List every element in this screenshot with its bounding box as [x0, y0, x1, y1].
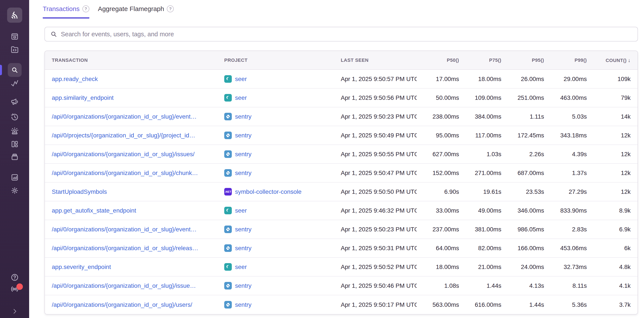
project-link[interactable]: sentry: [235, 113, 252, 120]
table-row: app.severity_endpoint .NET seer Apr 1,: [45, 258, 638, 276]
search-placeholder: Search for events, users, tags, and more: [61, 31, 174, 38]
inbox-icon: [10, 32, 19, 41]
transaction-link[interactable]: StartUploadSymbols: [52, 188, 107, 195]
sidebar-item-settings[interactable]: [10, 186, 19, 195]
p95-cell: 1.11s: [503, 113, 546, 120]
transaction-link[interactable]: /api/0/organizations/{organization_id_or…: [52, 282, 196, 289]
transaction-link[interactable]: /api/0/organizations/{organization_id_or…: [52, 151, 195, 157]
project-link[interactable]: sentry: [235, 151, 252, 158]
p50-cell: 627.00ms: [417, 151, 461, 158]
megaphone-icon: [10, 97, 19, 106]
p50-cell: 237.00ms: [417, 226, 461, 233]
p95-cell: 986.05ms: [503, 226, 546, 233]
folder-code-icon: [10, 45, 19, 54]
count-cell: 4.1k: [588, 282, 638, 289]
table-row: /api/0/organizations/{organization_id_or…: [45, 239, 638, 258]
project-link[interactable]: sentry: [235, 282, 252, 289]
p99-cell: 2.83s: [546, 226, 588, 233]
sidebar-item-projects[interactable]: [10, 45, 19, 54]
transaction-link[interactable]: /api/0/projects/{organization_id_or_slug…: [52, 132, 195, 139]
count-cell: 79k: [588, 94, 638, 101]
project-link[interactable]: seer: [235, 263, 247, 270]
p99-cell: 8.11s: [546, 282, 588, 289]
search-bar[interactable]: Search for events, users, tags, and more: [44, 27, 638, 42]
last-seen-cell: Apr 1, 2025 9:50:17 PM UTC: [339, 301, 417, 308]
sidebar-item-help[interactable]: [10, 273, 19, 282]
aggregate-flamegraph-help-icon[interactable]: ?: [167, 6, 174, 12]
project-link[interactable]: seer: [235, 207, 247, 214]
project-link[interactable]: sentry: [235, 132, 252, 139]
transactions-help-icon[interactable]: ?: [82, 6, 89, 12]
sentry-logo-button[interactable]: [7, 8, 22, 23]
transaction-link[interactable]: /api/0/organizations/{organization_id_or…: [52, 301, 192, 308]
transaction-link[interactable]: /api/0/organizations/{organization_id_or…: [52, 113, 196, 120]
history-clock-icon: [10, 113, 19, 122]
sidebar-item-replays[interactable]: [10, 113, 19, 122]
p99-cell: 29.00ms: [546, 76, 588, 83]
count-cell: 6k: [588, 245, 638, 252]
table-row: /api/0/organizations/{organization_id_or…: [45, 220, 638, 239]
table-row: app.ready_check .NET seer Apr 1, 2025 9: [45, 70, 638, 89]
column-header-last-seen[interactable]: LAST SEEN: [339, 58, 417, 63]
transaction-link[interactable]: app.similarity_endpoint: [52, 94, 114, 101]
column-header-project[interactable]: PROJECT: [222, 58, 339, 63]
last-seen-cell: Apr 1, 2025 9:50:31 PM UTC: [339, 245, 417, 252]
sidebar-item-releases[interactable]: [10, 153, 19, 162]
seer-project-icon: [224, 207, 232, 214]
p99-cell: 27.29s: [546, 188, 588, 195]
sidebar-item-explore[interactable]: [8, 63, 22, 77]
sidebar-item-metrics[interactable]: [10, 78, 19, 88]
transaction-link[interactable]: /api/0/organizations/{organization_id_or…: [52, 170, 198, 176]
column-header-transaction[interactable]: TRANSACTION: [45, 58, 222, 63]
sidebar-expand-button[interactable]: [11, 308, 18, 315]
table-row: /api/0/organizations/{organization_id_or…: [45, 145, 638, 164]
table-body: app.ready_check .NET seer Apr 1, 2025 9: [45, 70, 638, 314]
transaction-link[interactable]: /api/0/organizations/{organization_id_or…: [52, 245, 198, 251]
p75-cell: 616.00ms: [461, 301, 503, 308]
transaction-link[interactable]: app.ready_check: [52, 76, 98, 82]
count-cell: 3.7k: [588, 301, 638, 308]
column-header-count[interactable]: COUNT()↓: [588, 57, 638, 63]
bar-chart-icon: [10, 173, 19, 182]
python-project-icon: [224, 301, 232, 308]
tab-transactions[interactable]: Transactions ?: [43, 5, 89, 19]
p50-cell: 95.00ms: [417, 132, 461, 139]
project-link[interactable]: sentry: [235, 226, 252, 233]
tab-aggregate-flamegraph[interactable]: Aggregate Flamegraph ?: [98, 5, 174, 19]
tab-transactions-label: Transactions: [43, 5, 80, 13]
p50-cell: 18.00ms: [417, 263, 461, 270]
transaction-link[interactable]: /api/0/organizations/{organization_id_or…: [52, 226, 196, 233]
column-header-p50[interactable]: P50(): [417, 58, 461, 63]
sidebar-item-stats[interactable]: [10, 173, 19, 182]
column-header-p75[interactable]: P75(): [461, 58, 503, 63]
sidebar-item-feedback[interactable]: [10, 97, 19, 106]
p50-cell: 33.00ms: [417, 207, 461, 214]
count-cell: 14k: [588, 113, 638, 120]
column-header-p99[interactable]: P99(): [546, 58, 588, 63]
search-icon: [11, 66, 18, 74]
transaction-link[interactable]: app.severity_endpoint: [52, 263, 111, 270]
sidebar: [0, 0, 29, 318]
last-seen-cell: Apr 1, 2025 9:50:46 PM UTC: [339, 282, 417, 289]
project-link[interactable]: symbol-collector-console: [235, 188, 302, 195]
project-link[interactable]: seer: [235, 76, 247, 83]
transaction-link[interactable]: app.get_autofix_state_endpoint: [52, 207, 136, 214]
column-header-p95[interactable]: P95(): [503, 58, 546, 63]
p99-cell: 4.39s: [546, 151, 588, 158]
count-cell: 12k: [588, 151, 638, 158]
sidebar-item-issues[interactable]: [10, 32, 19, 41]
p50-cell: 50.00ms: [417, 94, 461, 101]
p75-cell: 19.61s: [461, 188, 503, 195]
dashboard-layout-icon: [10, 140, 19, 149]
p99-cell: 463.00ms: [546, 94, 588, 101]
last-seen-cell: Apr 1, 2025 9:50:50 PM UTC: [339, 188, 417, 195]
sidebar-item-dashboards[interactable]: [10, 140, 19, 149]
project-link[interactable]: sentry: [235, 245, 252, 252]
seer-project-icon: [224, 94, 232, 102]
sort-desc-icon: ↓: [628, 57, 630, 63]
p95-cell: 172.45ms: [503, 132, 546, 139]
project-link[interactable]: sentry: [235, 301, 252, 308]
project-link[interactable]: sentry: [235, 170, 252, 176]
project-link[interactable]: seer: [235, 94, 247, 101]
sidebar-item-alerts[interactable]: [10, 127, 19, 136]
